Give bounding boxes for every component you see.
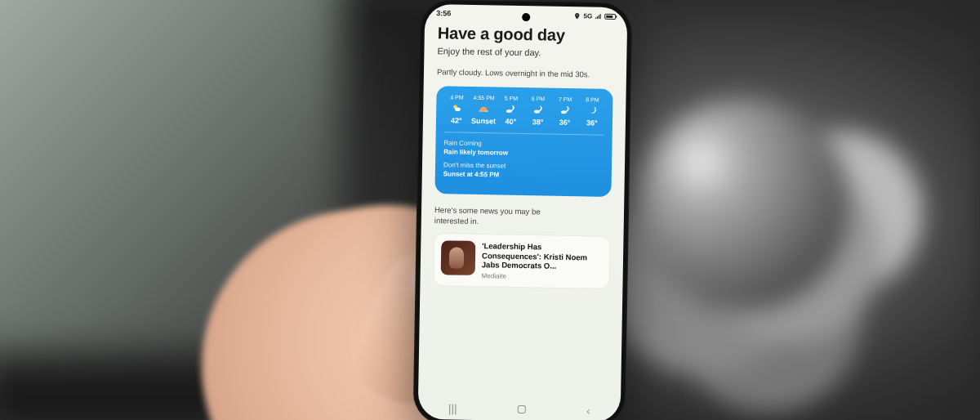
hour-value: 36° — [586, 118, 598, 127]
hour-slot: 8 PM 36° — [580, 96, 605, 127]
hour-slot: 6 PM 38° — [525, 96, 550, 127]
hour-time: 7 PM — [559, 96, 572, 102]
divider — [444, 132, 604, 135]
android-nav-bar: ||| ‹ — [418, 396, 621, 420]
hour-time: 4 PM — [450, 94, 463, 100]
status-time: 3:56 — [436, 9, 451, 17]
weather-card[interactable]: 4 PM 42° 4:55 PM Sunset 5 PM 40° — [434, 86, 612, 197]
phone-frame: 3:56 5G Have a good day Enjoy the rest o… — [412, 0, 632, 420]
hour-time: 5 PM — [505, 95, 518, 101]
camera-punch-hole — [522, 13, 530, 21]
status-right: 5G — [573, 12, 616, 20]
svg-point-4 — [533, 109, 539, 113]
news-source: Mediaite — [482, 272, 603, 282]
partly-sunny-icon — [451, 102, 462, 114]
hour-value: 42° — [451, 116, 462, 124]
news-card[interactable]: 'Leadership Has Consequences': Kristi No… — [433, 233, 610, 289]
battery-icon — [604, 13, 616, 19]
hour-value: 38° — [532, 118, 544, 126]
news-body: 'Leadership Has Consequences': Kristi No… — [482, 241, 604, 282]
hour-time: 6 PM — [532, 96, 545, 101]
location-icon — [573, 12, 581, 20]
svg-rect-2 — [479, 110, 489, 111]
hour-time: 4:55 PM — [474, 95, 495, 101]
phone-screen: 3:56 5G Have a good day Enjoy the rest o… — [418, 4, 628, 420]
news-thumbnail — [441, 240, 476, 275]
svg-point-5 — [561, 110, 567, 114]
hour-value: 36° — [559, 118, 571, 127]
page-title: Have a good day — [438, 24, 614, 46]
sunset-icon — [478, 103, 489, 114]
hour-slot: 4:55 PM Sunset — [471, 95, 497, 126]
moon-cloud-icon — [559, 105, 571, 116]
hourly-forecast-row: 4 PM 42° 4:55 PM Sunset 5 PM 40° — [444, 94, 605, 127]
network-label: 5G — [583, 12, 592, 20]
nav-home-button[interactable] — [518, 405, 526, 413]
signal-icon — [595, 12, 602, 20]
nav-recents-button[interactable]: ||| — [448, 401, 457, 414]
svg-point-3 — [506, 109, 512, 113]
weather-alert: Rain Coming Rain likely tomorrow — [443, 139, 604, 159]
news-title: 'Leadership Has Consequences': Kristi No… — [482, 241, 604, 272]
nav-back-button[interactable]: ‹ — [586, 404, 590, 417]
hour-value: 40° — [505, 117, 516, 125]
hour-slot: 7 PM 36° — [553, 96, 578, 127]
moon-cloud-icon — [532, 104, 544, 115]
hour-value: Sunset — [471, 117, 496, 126]
page-subtitle: Enjoy the rest of your day. — [437, 46, 613, 59]
weather-alert: Don't miss the sunset Sunset at 4:55 PM — [443, 162, 604, 182]
forecast-summary: Partly cloudy. Lows overnight in the mid… — [437, 67, 600, 80]
hour-time: 8 PM — [586, 96, 599, 102]
moon-cloud-icon — [505, 103, 516, 114]
hour-slot: 5 PM 40° — [498, 95, 523, 126]
moon-icon — [586, 105, 598, 116]
briefing-content[interactable]: Have a good day Enjoy the rest of your d… — [420, 19, 627, 290]
hour-slot: 4 PM 42° — [444, 94, 470, 125]
news-intro: Here's some news you may be interested i… — [434, 205, 573, 229]
